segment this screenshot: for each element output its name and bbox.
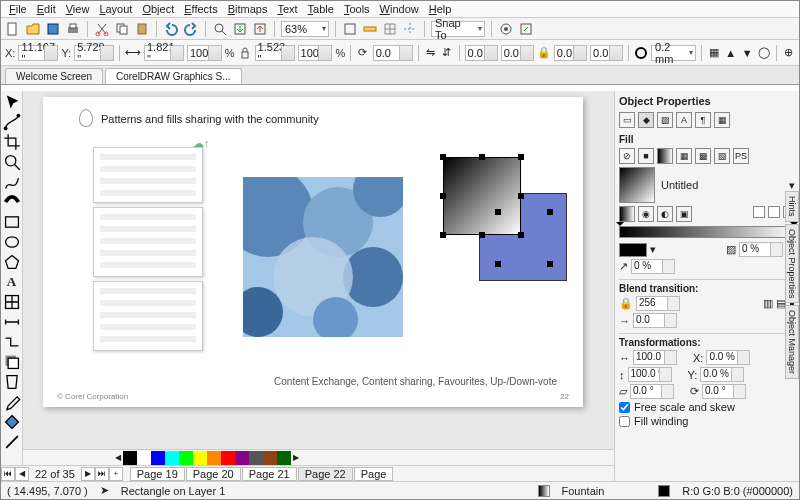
height-field[interactable]: 1.523 "	[255, 45, 295, 61]
menu-view[interactable]: View	[66, 3, 90, 15]
steps-field[interactable]: 256	[636, 296, 680, 311]
gradient-rectangle[interactable]	[443, 157, 521, 235]
rulers-icon[interactable]	[362, 21, 378, 37]
save-icon[interactable]	[45, 21, 61, 37]
node-color-swatch[interactable]	[619, 243, 647, 257]
add-page-icon[interactable]: +	[109, 467, 123, 481]
transparency-section-icon[interactable]: ▨	[657, 112, 673, 128]
next-page-icon[interactable]: ▶	[81, 467, 95, 481]
x-field[interactable]: 11.167 "	[18, 45, 58, 61]
corner-2-field[interactable]: 0.0 °	[501, 45, 534, 61]
first-page-icon[interactable]: ⏮	[1, 467, 15, 481]
fill-tool-icon[interactable]	[3, 413, 21, 431]
table-tool-icon[interactable]	[3, 293, 21, 311]
import-icon[interactable]	[232, 21, 248, 37]
copy-icon[interactable]	[114, 21, 130, 37]
menu-effects[interactable]: Effects	[184, 3, 217, 15]
freehand-tool-icon[interactable]	[3, 173, 21, 191]
page-tab[interactable]: Page 20	[186, 467, 241, 481]
node-opacity-field[interactable]: 0 %	[739, 242, 783, 257]
last-page-icon[interactable]: ⏭	[95, 467, 109, 481]
fill-x-field[interactable]: 0.0 %	[706, 350, 750, 365]
polygon-tool-icon[interactable]	[3, 253, 21, 271]
steps-lock-icon[interactable]: 🔒	[619, 297, 633, 310]
para-section-icon[interactable]: ¶	[695, 112, 711, 128]
palette-swatch[interactable]	[207, 451, 221, 465]
redo-icon[interactable]	[183, 21, 199, 37]
bitmap-fill-icon[interactable]: ▩	[695, 148, 711, 164]
menu-help[interactable]: Help	[429, 3, 452, 15]
corner-3-field[interactable]: 0.0 °	[554, 45, 587, 61]
menu-layout[interactable]: Layout	[99, 3, 132, 15]
fill-picker-dropdown-icon[interactable]: ▾	[789, 179, 795, 192]
menu-edit[interactable]: Edit	[37, 3, 56, 15]
outline-width-field[interactable]: 0.2 mm	[651, 45, 696, 61]
palette-swatch[interactable]	[123, 451, 137, 465]
lock-ratio-icon[interactable]	[238, 45, 252, 61]
hints-tab[interactable]: Hints	[785, 191, 799, 222]
drawing-area[interactable]: Patterns and fills sharing with the comm…	[23, 91, 614, 465]
texture-fill-icon[interactable]: ▧	[714, 148, 730, 164]
uniform-fill-icon[interactable]: ■	[638, 148, 654, 164]
snap-to-dropdown[interactable]: Snap To	[431, 21, 485, 37]
open-icon[interactable]	[25, 21, 41, 37]
arrange-icon[interactable]	[768, 206, 780, 218]
object-properties-tab[interactable]: Object Properties	[785, 224, 799, 304]
no-fill-icon[interactable]: ⊘	[619, 148, 635, 164]
corner-1-field[interactable]: 0.0 °	[465, 45, 498, 61]
undo-icon[interactable]	[163, 21, 179, 37]
palette-swatch[interactable]	[263, 451, 277, 465]
menu-window[interactable]: Window	[380, 3, 419, 15]
corner-lock-icon[interactable]: 🔒	[537, 45, 551, 61]
palette-swatch[interactable]	[137, 451, 151, 465]
node-position-field[interactable]: 0 %	[631, 259, 675, 274]
eyedropper-icon[interactable]	[3, 393, 21, 411]
scale-y-field[interactable]: 100.0	[298, 45, 333, 61]
rectangle-tool-icon[interactable]	[3, 213, 21, 231]
pattern-fill-icon[interactable]: ▦	[676, 148, 692, 164]
zoom-tool-icon[interactable]	[3, 153, 21, 171]
menu-text[interactable]: Text	[277, 3, 297, 15]
palette-swatch[interactable]	[165, 451, 179, 465]
wrap-text-icon[interactable]: ▦	[707, 45, 721, 61]
to-front-icon[interactable]: ▲	[724, 45, 738, 61]
palette-swatch[interactable]	[249, 451, 263, 465]
fullscreen-icon[interactable]	[342, 21, 358, 37]
palette-swatch[interactable]	[277, 451, 291, 465]
drop-shadow-icon[interactable]	[3, 353, 21, 371]
palette-swatch[interactable]	[235, 451, 249, 465]
tab-document[interactable]: CorelDRAW Graphics S...	[105, 68, 242, 84]
launch-icon[interactable]	[518, 21, 534, 37]
zoom-level[interactable]: 63%	[281, 21, 329, 37]
shape-tool-icon[interactable]	[3, 113, 21, 131]
to-back-icon[interactable]: ▼	[740, 45, 754, 61]
tab-welcome[interactable]: Welcome Screen	[5, 68, 103, 84]
transparency-tool-icon[interactable]	[3, 373, 21, 391]
elliptical-gradient-icon[interactable]: ◉	[638, 206, 654, 222]
gradient-preview[interactable]	[619, 167, 655, 203]
menu-object[interactable]: Object	[142, 3, 174, 15]
page-tab[interactable]: Page 19	[130, 467, 185, 481]
scale-x-field[interactable]: 100.0	[187, 45, 222, 61]
y-field[interactable]: 5.729 "	[74, 45, 114, 61]
new-icon[interactable]	[5, 21, 21, 37]
palette-swatch[interactable]	[179, 451, 193, 465]
page-tab[interactable]: Page 21	[242, 467, 297, 481]
object-manager-tab[interactable]: Object Manager	[785, 305, 799, 379]
palette-prev-icon[interactable]: ◀	[113, 453, 123, 462]
page-tab[interactable]: Page 22	[298, 467, 353, 481]
gradient-slider[interactable]	[619, 226, 795, 238]
palette-next-icon[interactable]: ▶	[291, 453, 301, 462]
width-field[interactable]: 1.821 "	[144, 45, 184, 61]
page-tab[interactable]: Page	[354, 467, 394, 481]
rotation-field[interactable]: 0.0	[373, 45, 413, 61]
mirror-v-icon[interactable]: ⇵	[440, 45, 454, 61]
quick-customize-icon[interactable]: ⊕	[781, 45, 795, 61]
print-icon[interactable]	[65, 21, 81, 37]
export-icon[interactable]	[252, 21, 268, 37]
conical-gradient-icon[interactable]: ◐	[657, 206, 673, 222]
connector-tool-icon[interactable]	[3, 333, 21, 351]
pick-tool-icon[interactable]	[3, 93, 21, 111]
ellipse-tool-icon[interactable]	[3, 233, 21, 251]
menu-file[interactable]: File	[9, 3, 27, 15]
